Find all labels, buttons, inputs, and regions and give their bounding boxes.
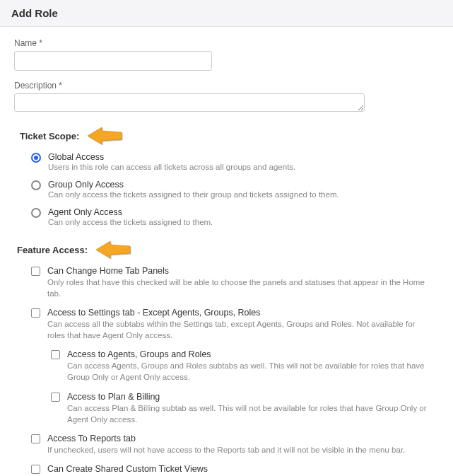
feature-item-text: Access To Reports tabIf unchecked, users…: [47, 434, 405, 455]
scope-option-agent[interactable]: Agent Only AccessCan only access the tic…: [20, 207, 439, 226]
feature-item-label: Access to Agents, Groups and Roles: [67, 349, 439, 359]
ticket-scope-title-row: Ticket Scope:: [20, 127, 439, 145]
name-label: Name *: [14, 38, 439, 48]
feature-item-label: Access to Settings tab - Except Agents, …: [47, 308, 429, 318]
name-group: Name *: [14, 38, 439, 71]
checkbox-icon[interactable]: [31, 267, 40, 276]
checkbox-icon[interactable]: [51, 350, 60, 359]
feature-item-hint: If unchecked, users will not have access…: [47, 444, 405, 455]
scope-option-group[interactable]: Group Only AccessCan only access the tic…: [20, 180, 439, 199]
feature-item: Access to Settings tab - Except Agents, …: [17, 308, 439, 341]
feature-item-text: Access to Plan & BillingCan access Plan …: [67, 392, 439, 425]
arrow-annotation-icon: [93, 240, 131, 259]
feature-item-text: Can Change Home Tab PanelsOnly roles tha…: [47, 266, 429, 299]
feature-item-label: Access To Reports tab: [47, 434, 405, 443]
scope-option-label: Agent Only Access: [48, 207, 213, 217]
scope-option-hint: Can only access the tickets assigned to …: [48, 190, 339, 199]
form-content: Name * Description * Ticket Scope: Globa…: [0, 27, 453, 476]
feature-access-section: Feature Access: Can Change Home Tab Pane…: [14, 240, 439, 476]
feature-item: Can Change Home Tab PanelsOnly roles tha…: [17, 266, 439, 299]
scope-option-text: Agent Only AccessCan only access the tic…: [48, 207, 213, 226]
description-input[interactable]: [14, 93, 365, 112]
feature-item-label: Can Change Home Tab Panels: [47, 266, 429, 276]
feature-item: Access to Agents, Groups and RolesCan ac…: [17, 349, 439, 383]
description-group: Description *: [14, 81, 439, 114]
radio-icon[interactable]: [31, 153, 41, 163]
feature-item-text: Access to Agents, Groups and RolesCan ac…: [67, 349, 439, 383]
feature-item-label: Access to Plan & Billing: [67, 392, 439, 402]
checkbox-icon[interactable]: [31, 465, 40, 474]
scope-option-label: Group Only Access: [48, 180, 339, 190]
page-header: Add Role: [0, 0, 453, 27]
feature-item-hint: Can access Plan & Billing subtab as well…: [67, 402, 439, 425]
feature-item: Access To Reports tabIf unchecked, users…: [17, 434, 439, 455]
checkbox-icon[interactable]: [51, 393, 60, 402]
radio-icon[interactable]: [31, 208, 41, 218]
scope-option-hint: Users in this role can access all ticket…: [48, 163, 295, 171]
name-input[interactable]: [14, 51, 212, 71]
scope-option-global[interactable]: Global AccessUsers in this role can acce…: [20, 152, 439, 171]
radio-icon[interactable]: [31, 180, 41, 190]
scope-option-hint: Can only access the tickets assigned to …: [48, 218, 213, 226]
scope-option-text: Group Only AccessCan only access the tic…: [48, 180, 339, 199]
page-title: Add Role: [11, 7, 442, 19]
feature-access-title-row: Feature Access:: [17, 240, 439, 259]
scope-option-label: Global Access: [48, 152, 295, 162]
feature-access-title: Feature Access:: [17, 245, 88, 255]
feature-item-text: Access to Settings tab - Except Agents, …: [47, 308, 429, 341]
feature-item-label: Can Create Shared Custom Ticket Views: [47, 464, 416, 474]
arrow-annotation-icon: [85, 127, 123, 145]
feature-item-hint: Only roles that have this checked will b…: [47, 277, 429, 299]
feature-item: Can Create Shared Custom Ticket ViewsOnl…: [17, 464, 439, 476]
checkbox-icon[interactable]: [31, 434, 40, 443]
description-label: Description *: [14, 81, 439, 91]
feature-item-hint: Can access Agents, Groups and Roles subt…: [67, 360, 439, 383]
checkbox-icon[interactable]: [31, 308, 40, 318]
ticket-scope-section: Ticket Scope: Global AccessUsers in this…: [14, 127, 439, 226]
feature-item-hint: Can access all the subtabs within the Se…: [47, 318, 429, 341]
scope-option-text: Global AccessUsers in this role can acce…: [48, 152, 295, 171]
ticket-scope-title: Ticket Scope:: [20, 131, 79, 141]
feature-item-text: Can Create Shared Custom Ticket ViewsOnl…: [47, 464, 416, 476]
feature-item: Access to Plan & BillingCan access Plan …: [17, 392, 439, 425]
